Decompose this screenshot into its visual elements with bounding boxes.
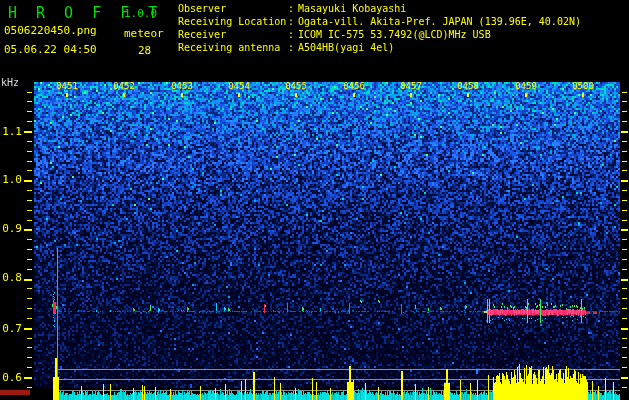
observer-label: Observer	[178, 2, 288, 15]
info-row-receiver: Receiver:ICOM IC-575 53.7492(@LCD)MHz US…	[178, 28, 581, 41]
antenna-label: Receiving antenna	[178, 41, 288, 54]
colon: :	[288, 41, 298, 54]
freq-tick-label: 1.1	[0, 125, 22, 138]
app-version: 1.0.0	[124, 7, 157, 20]
time-tick-label: 0451	[54, 81, 80, 91]
mode-label: meteor	[124, 27, 164, 40]
info-row-location: Receiving Location:Ogata-vill. Akita-Pre…	[178, 15, 581, 28]
freq-tick-label: 0.8	[0, 271, 22, 284]
time-tick-label: 0459	[513, 81, 539, 91]
time-tick-label: 0458	[455, 81, 481, 91]
colon: :	[288, 15, 298, 28]
colon: :	[288, 2, 298, 15]
colon: :	[288, 28, 298, 41]
observer-value: Masayuki Kobayashi	[298, 2, 406, 15]
freq-tick-label: 0.6	[0, 371, 22, 384]
time-tick-label: 0455	[283, 81, 309, 91]
receiver-value: ICOM IC-575 53.7492(@LCD)MHz USB	[298, 28, 491, 41]
time-tick-label: 0457	[398, 81, 424, 91]
location-value: Ogata-vill. Akita-Pref. JAPAN (139.96E, …	[298, 15, 581, 28]
hrofft-window: H R O F F T 1.0.0 0506220450.png meteor …	[0, 0, 629, 400]
meteor-count: 28	[138, 44, 151, 57]
output-filename: 0506220450.png	[4, 24, 97, 37]
time-tick-label: 0452	[111, 81, 137, 91]
spectrogram-canvas	[0, 0, 629, 400]
time-tick-label: 0500	[570, 81, 596, 91]
freq-unit-label: kHz	[1, 77, 19, 88]
freq-tick-label: 0.9	[0, 222, 22, 235]
date-time: 05.06.22 04:50	[4, 43, 97, 56]
freq-tick-label: 1.0	[0, 173, 22, 186]
station-info: Observer:Masayuki Kobayashi Receiving Lo…	[178, 2, 581, 54]
time-tick-label: 0453	[169, 81, 195, 91]
time-tick-label: 0456	[341, 81, 367, 91]
antenna-value: A504HB(yagi 4el)	[298, 41, 394, 54]
time-tick-label: 0454	[226, 81, 252, 91]
info-row-observer: Observer:Masayuki Kobayashi	[178, 2, 581, 15]
receiver-label: Receiver	[178, 28, 288, 41]
info-row-antenna: Receiving antenna:A504HB(yagi 4el)	[178, 41, 581, 54]
freq-tick-label: 0.7	[0, 322, 22, 335]
location-label: Receiving Location	[178, 15, 288, 28]
